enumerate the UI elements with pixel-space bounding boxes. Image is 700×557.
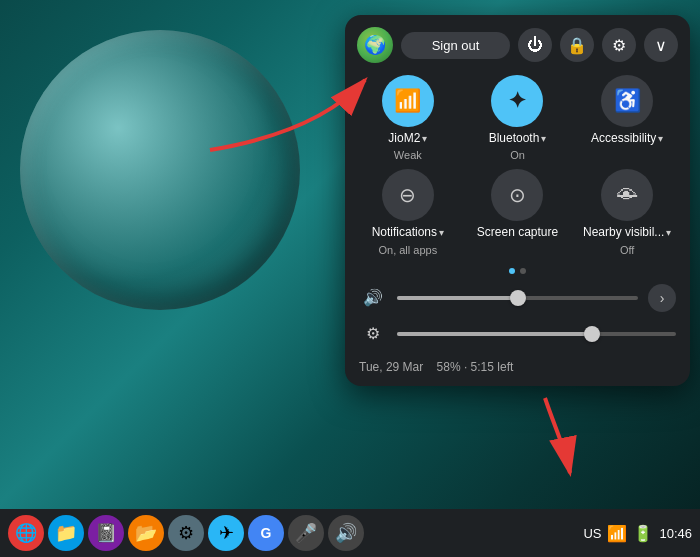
notifications-sublabel: On, all apps — [378, 244, 437, 256]
bluetooth-label: Bluetooth — [489, 131, 540, 145]
taskbar-right: US 📶 🔋 10:46 — [583, 524, 692, 543]
accessibility-toggle[interactable]: ♿ Accessibility ▾ — [576, 75, 678, 161]
taskbar-app-settings[interactable]: ⚙ — [168, 515, 204, 551]
screen-capture-toggle[interactable]: ⊙ Screen capture — [467, 169, 569, 255]
notifications-dropdown-arrow: ▾ — [439, 227, 444, 238]
taskbar-app-telegram[interactable]: ✈ — [208, 515, 244, 551]
signout-button[interactable]: Sign out — [401, 32, 510, 59]
notifications-toggle[interactable]: ⊖ Notifications ▾ On, all apps — [357, 169, 459, 255]
taskbar-app-files[interactable]: 📁 — [48, 515, 84, 551]
screen-capture-label: Screen capture — [477, 225, 558, 239]
bluetooth-sublabel: On — [510, 149, 525, 161]
power-button[interactable]: ⏻ — [518, 28, 552, 62]
qs-bottom-info: Tue, 29 Mar 58% · 5:15 left — [357, 356, 678, 374]
wifi-toggle[interactable]: 📶 JioM2 ▾ Weak — [357, 75, 459, 161]
brightness-slider-fill — [397, 332, 592, 336]
chevron-right-icon: › — [660, 290, 665, 306]
bluetooth-icon: ✦ — [508, 88, 526, 114]
notifications-label: Notifications — [372, 225, 437, 239]
nearby-dropdown-arrow: ▾ — [666, 227, 671, 238]
taskbar-wifi-icon[interactable]: 📶 — [607, 524, 627, 543]
glass-sphere-decoration — [20, 30, 300, 310]
taskbar-locale: US — [583, 526, 601, 541]
taskbar-app-onenote[interactable]: 📓 — [88, 515, 124, 551]
volume-icon: 🔊 — [359, 284, 387, 312]
wifi-icon: 📶 — [394, 88, 421, 114]
brightness-slider-thumb — [584, 326, 600, 342]
nearby-label: Nearby visibil... — [583, 225, 664, 239]
page-dot-1 — [509, 268, 515, 274]
notifications-toggle-icon: ⊖ — [382, 169, 434, 221]
taskbar-app-mic[interactable]: 🎤 — [288, 515, 324, 551]
volume-slider-thumb — [510, 290, 526, 306]
chevron-down-icon: ∨ — [655, 36, 667, 55]
lock-icon: 🔒 — [567, 36, 587, 55]
page-dots — [357, 268, 678, 274]
accessibility-toggle-icon: ♿ — [601, 75, 653, 127]
taskbar-clock[interactable]: 10:46 — [659, 526, 692, 541]
taskbar-app-chrome[interactable]: 🌐 — [8, 515, 44, 551]
taskbar-app-orange[interactable]: 📂 — [128, 515, 164, 551]
nearby-visibility-toggle[interactable]: 👁 Nearby visibil... ▾ Off — [576, 169, 678, 255]
toggles-grid: 📶 JioM2 ▾ Weak ✦ Bluetooth ▾ On ♿ — [357, 75, 678, 256]
nearby-visibility-icon: 👁 — [617, 184, 637, 207]
bluetooth-dropdown-arrow: ▾ — [541, 133, 546, 144]
qs-header: 🌍 Sign out ⏻ 🔒 ⚙ ∨ — [357, 27, 678, 63]
accessibility-dropdown-arrow: ▾ — [658, 133, 663, 144]
settings-button[interactable]: ⚙ — [602, 28, 636, 62]
taskbar-app-audio[interactable]: 🔊 — [328, 515, 364, 551]
taskbar-battery-icon[interactable]: 🔋 — [633, 524, 653, 543]
bluetooth-toggle-icon: ✦ — [491, 75, 543, 127]
brightness-icon: ⚙ — [359, 320, 387, 348]
notifications-icon: ⊖ — [399, 183, 416, 207]
quick-settings-panel: 🌍 Sign out ⏻ 🔒 ⚙ ∨ 📶 JioM2 ▾ Weak — [345, 15, 690, 386]
wifi-dropdown-arrow: ▾ — [422, 133, 427, 144]
brightness-slider-row: ⚙ — [357, 320, 678, 348]
volume-slider[interactable] — [397, 296, 638, 300]
lock-button[interactable]: 🔒 — [560, 28, 594, 62]
expand-button[interactable]: ∨ — [644, 28, 678, 62]
volume-expand-button[interactable]: › — [648, 284, 676, 312]
taskbar-apps: 🌐 📁 📓 📂 ⚙ ✈ G 🎤 🔊 — [8, 515, 583, 551]
settings-icon: ⚙ — [612, 36, 626, 55]
taskbar: 🌐 📁 📓 📂 ⚙ ✈ G 🎤 🔊 US 📶 🔋 10:46 — [0, 509, 700, 557]
wifi-label: JioM2 — [388, 131, 420, 145]
brightness-slider[interactable] — [397, 332, 676, 336]
screen-capture-icon: ⊙ — [509, 183, 526, 207]
accessibility-icon: ♿ — [614, 88, 641, 114]
volume-slider-row: 🔊 › — [357, 284, 678, 312]
accessibility-label: Accessibility — [591, 131, 656, 145]
bluetooth-toggle[interactable]: ✦ Bluetooth ▾ On — [467, 75, 569, 161]
volume-slider-fill — [397, 296, 518, 300]
screen-capture-toggle-icon: ⊙ — [491, 169, 543, 221]
date-battery-text: Tue, 29 Mar 58% · 5:15 left — [359, 360, 513, 374]
wifi-sublabel: Weak — [394, 149, 422, 161]
wifi-toggle-icon: 📶 — [382, 75, 434, 127]
power-icon: ⏻ — [527, 36, 543, 54]
page-dot-2 — [520, 268, 526, 274]
avatar[interactable]: 🌍 — [357, 27, 393, 63]
taskbar-app-google[interactable]: G — [248, 515, 284, 551]
nearby-visibility-toggle-icon: 👁 — [601, 169, 653, 221]
nearby-sublabel: Off — [620, 244, 634, 256]
